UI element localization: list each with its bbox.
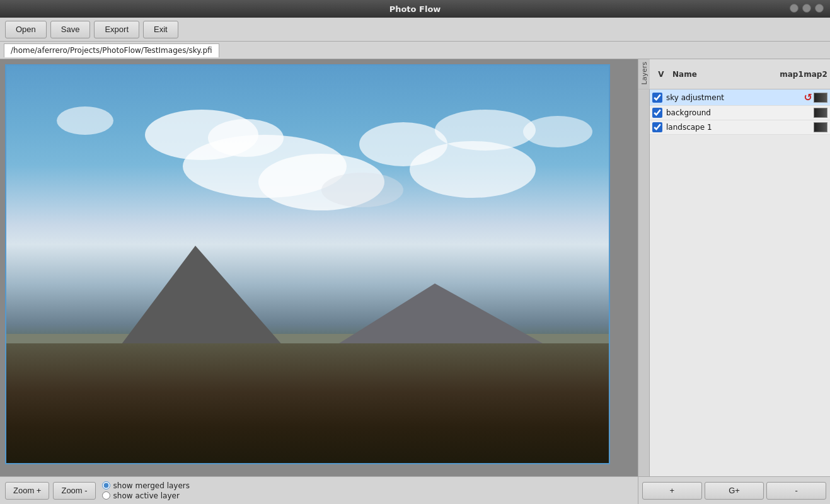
layers-panel: Layers V Name map1 map2 sky adjustment ↺ bbox=[638, 59, 830, 504]
cloud-9 bbox=[410, 141, 536, 198]
open-button[interactable]: Open bbox=[5, 21, 47, 38]
view-mode-group: show merged layers show active layer bbox=[102, 481, 190, 500]
canvas-area: Zoom + Zoom - show merged layers show ac… bbox=[0, 59, 638, 504]
show-active-text: show active layer bbox=[113, 491, 180, 500]
layer-map1-thumb bbox=[814, 93, 827, 103]
layers-list: sky adjustment ↺ background landscape 1 bbox=[650, 89, 830, 476]
layer-visibility-checkbox[interactable] bbox=[652, 108, 662, 118]
show-merged-label[interactable]: show merged layers bbox=[102, 481, 190, 490]
col-header-v: V bbox=[652, 70, 670, 79]
layer-row[interactable]: landscape 1 bbox=[650, 120, 830, 135]
layer-map1-thumb bbox=[814, 122, 827, 132]
layers-side-label: Layers bbox=[640, 62, 648, 84]
mountain-1 bbox=[120, 246, 284, 346]
toolbar: Open Save Export Exit bbox=[0, 18, 830, 42]
show-merged-text: show merged layers bbox=[113, 481, 190, 490]
layer-name: landscape 1 bbox=[665, 123, 814, 132]
show-merged-radio[interactable] bbox=[102, 481, 110, 490]
window-controls bbox=[790, 4, 824, 13]
cloud-7 bbox=[57, 106, 113, 135]
layer-visibility-checkbox[interactable] bbox=[652, 122, 662, 132]
main-area: Zoom + Zoom - show merged layers show ac… bbox=[0, 59, 830, 504]
layers-side-bar bbox=[638, 89, 650, 476]
layers-list-area: sky adjustment ↺ background landscape 1 bbox=[638, 89, 830, 476]
layer-row[interactable]: sky adjustment ↺ bbox=[650, 89, 830, 106]
layer-name: sky adjustment bbox=[665, 93, 802, 102]
remove-layer-button[interactable]: - bbox=[766, 482, 826, 500]
col-header-name: Name bbox=[670, 70, 780, 79]
app-title: Photo Flow bbox=[389, 4, 441, 14]
layers-column-headers: Layers V Name map1 map2 bbox=[638, 59, 830, 89]
layer-visibility-checkbox[interactable] bbox=[652, 93, 662, 103]
photo-canvas bbox=[5, 64, 610, 464]
title-bar: Photo Flow bbox=[0, 0, 830, 18]
exit-button[interactable]: Exit bbox=[143, 21, 178, 38]
filepath-tab[interactable]: /home/aferrero/Projects/PhotoFlow/TestIm… bbox=[4, 43, 219, 57]
cloud-10 bbox=[321, 173, 403, 207]
layers-bottom-panel: + G+ - bbox=[638, 476, 830, 504]
layer-map1-thumb bbox=[814, 108, 827, 118]
ground bbox=[6, 343, 609, 463]
group-layer-button[interactable]: G+ bbox=[705, 482, 764, 500]
add-layer-button[interactable]: + bbox=[642, 482, 702, 500]
redo-icon: ↺ bbox=[804, 91, 812, 103]
show-active-label[interactable]: show active layer bbox=[102, 491, 190, 500]
zoom-out-button[interactable]: Zoom - bbox=[53, 482, 95, 500]
cloud-8 bbox=[523, 116, 592, 147]
minimize-button[interactable] bbox=[790, 4, 798, 13]
save-button[interactable]: Save bbox=[50, 21, 91, 38]
layer-name: background bbox=[665, 108, 814, 117]
zoom-in-button[interactable]: Zoom + bbox=[5, 482, 49, 500]
col-header-map1: map1 bbox=[780, 70, 804, 79]
show-active-radio[interactable] bbox=[102, 491, 110, 500]
image-container bbox=[0, 59, 638, 476]
maximize-button[interactable] bbox=[802, 4, 811, 13]
filepath-bar: /home/aferrero/Projects/PhotoFlow/TestIm… bbox=[0, 42, 830, 59]
cloud-layer bbox=[6, 103, 609, 229]
close-button[interactable] bbox=[815, 4, 824, 13]
col-header-map2: map2 bbox=[804, 70, 827, 79]
canvas-bottom-bar: Zoom + Zoom - show merged layers show ac… bbox=[0, 476, 638, 504]
mountain-2 bbox=[334, 284, 548, 346]
export-button[interactable]: Export bbox=[94, 21, 139, 38]
layer-row[interactable]: background bbox=[650, 106, 830, 120]
